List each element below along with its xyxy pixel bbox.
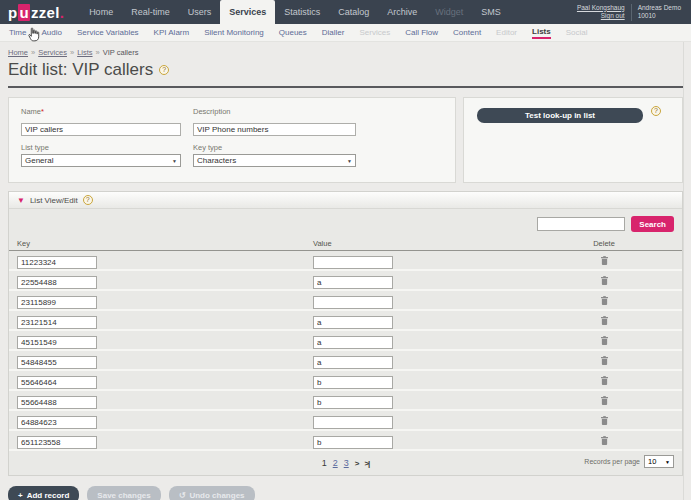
search-button[interactable]: Search: [631, 216, 674, 232]
subnav-item-service-variables[interactable]: Service Variables: [77, 28, 139, 37]
description-input[interactable]: [193, 123, 356, 136]
trash-icon[interactable]: [601, 376, 608, 385]
trash-icon[interactable]: [601, 256, 608, 265]
help-icon[interactable]: ?: [159, 65, 169, 75]
value-input[interactable]: [313, 256, 393, 269]
table-header: Key Value Delete: [9, 237, 682, 251]
add-record-button[interactable]: +Add record: [8, 486, 79, 500]
subnav-item-kpi-alarm[interactable]: KPI Alarm: [154, 28, 190, 37]
subnav-item-silent-monitoring[interactable]: Silent Monitoring: [204, 28, 264, 37]
logo-text: p: [8, 4, 17, 21]
test-lookup-button[interactable]: Test look-up in list: [477, 108, 643, 123]
subnav-item-content[interactable]: Content: [453, 28, 481, 37]
menu-item-real-time[interactable]: Real-time: [122, 0, 179, 24]
trash-icon[interactable]: [601, 296, 608, 305]
description-label: Description: [193, 107, 356, 116]
trash-icon[interactable]: [601, 336, 608, 345]
key-input[interactable]: [17, 296, 97, 309]
pagination-page-2[interactable]: 2: [333, 458, 338, 468]
menu-item-catalog[interactable]: Catalog: [329, 0, 378, 24]
chevron-down-icon: ▼: [172, 158, 177, 164]
user-name-link[interactable]: Paal Kongshaug: [577, 4, 625, 13]
menu-item-services[interactable]: Services: [220, 0, 275, 24]
account-name: Andreas Demo: [638, 4, 681, 11]
key-type-value: Characters: [197, 156, 236, 165]
subnav-item-dialler[interactable]: Dialler: [322, 28, 345, 37]
table-row: [9, 431, 682, 451]
subnav-item-lists[interactable]: Lists: [532, 27, 551, 39]
subnav-item-audio[interactable]: Audio: [41, 28, 61, 37]
pagination-next-icon[interactable]: >: [355, 459, 359, 468]
subnav-item-time[interactable]: Time: [9, 28, 26, 37]
menu-item-archive[interactable]: Archive: [378, 0, 426, 24]
sign-out-link[interactable]: Sign out: [577, 12, 625, 21]
key-input[interactable]: [17, 256, 97, 269]
value-input[interactable]: [313, 336, 393, 349]
value-input[interactable]: [313, 356, 393, 369]
value-input[interactable]: [313, 436, 393, 449]
test-lookup-panel: Test look-up in list ?: [463, 97, 683, 183]
records-per-page-label: Records per page: [584, 458, 640, 465]
subnav-item-call-flow[interactable]: Call Flow: [405, 28, 438, 37]
pagination-last-icon[interactable]: >|: [364, 459, 369, 468]
menu-item-sms[interactable]: SMS: [472, 0, 510, 24]
undo-icon: ↺: [179, 491, 186, 500]
name-input[interactable]: [21, 123, 181, 136]
key-input[interactable]: [17, 356, 97, 369]
key-input[interactable]: [17, 396, 97, 409]
key-input[interactable]: [17, 436, 97, 449]
save-changes-button[interactable]: Save changes: [87, 486, 160, 500]
table-row: [9, 391, 682, 411]
table-row: [9, 251, 682, 271]
trash-icon[interactable]: [601, 276, 608, 285]
value-input[interactable]: [313, 296, 393, 309]
help-icon[interactable]: ?: [83, 195, 93, 205]
breadcrumb-services[interactable]: Services: [38, 48, 67, 57]
list-type-select[interactable]: General ▼: [21, 154, 181, 167]
value-input[interactable]: [313, 396, 393, 409]
help-icon[interactable]: ?: [651, 106, 661, 116]
value-input[interactable]: [313, 316, 393, 329]
table-row: [9, 371, 682, 391]
trash-icon[interactable]: [601, 356, 608, 365]
key-input[interactable]: [17, 376, 97, 389]
logo-text: zzel: [31, 4, 60, 21]
list-type-value: General: [25, 156, 53, 165]
key-input[interactable]: [17, 276, 97, 289]
pagination-page-1: 1: [322, 458, 327, 468]
records-per-page-select[interactable]: 10 ▼: [644, 455, 674, 468]
breadcrumb-separator: »: [96, 48, 100, 57]
account-id: 10010: [638, 12, 656, 19]
trash-icon[interactable]: [601, 436, 608, 445]
undo-changes-button[interactable]: ↺Undo changes: [169, 486, 255, 500]
scrollbar-track[interactable]: [683, 42, 684, 500]
breadcrumb-home[interactable]: Home: [8, 48, 28, 57]
pagination-page-3[interactable]: 3: [344, 458, 349, 468]
required-asterisk: *: [41, 107, 44, 116]
subnav-item-queues[interactable]: Queues: [279, 28, 307, 37]
table-row: [9, 291, 682, 311]
breadcrumb-lists[interactable]: Lists: [77, 48, 92, 57]
menu-item-statistics[interactable]: Statistics: [275, 0, 329, 24]
value-input[interactable]: [313, 276, 393, 289]
key-input[interactable]: [17, 316, 97, 329]
description-field-group: Description: [193, 107, 356, 136]
value-input[interactable]: [313, 416, 393, 429]
trash-icon[interactable]: [601, 316, 608, 325]
list-properties-panel: Name* Description List type General ▼ Ke…: [8, 97, 456, 183]
menu-item-users[interactable]: Users: [179, 0, 221, 24]
trash-icon[interactable]: [601, 416, 608, 425]
key-input[interactable]: [17, 416, 97, 429]
trash-icon[interactable]: [601, 396, 608, 405]
records-per-page-value: 10: [648, 457, 656, 466]
value-input[interactable]: [313, 376, 393, 389]
subnav-item-editor: Editor: [496, 28, 517, 37]
menu-item-home[interactable]: Home: [80, 0, 122, 24]
accordion-header[interactable]: ▼ List View/Edit ?: [9, 192, 682, 209]
search-input[interactable]: [537, 217, 625, 231]
key-type-select[interactable]: Characters ▼: [193, 154, 356, 167]
bottom-actions: +Add record Save changes ↺Undo changes: [8, 486, 683, 500]
form-panels: Name* Description List type General ▼ Ke…: [8, 97, 683, 183]
key-input[interactable]: [17, 336, 97, 349]
key-type-field-group: Key type Characters ▼: [193, 143, 356, 167]
